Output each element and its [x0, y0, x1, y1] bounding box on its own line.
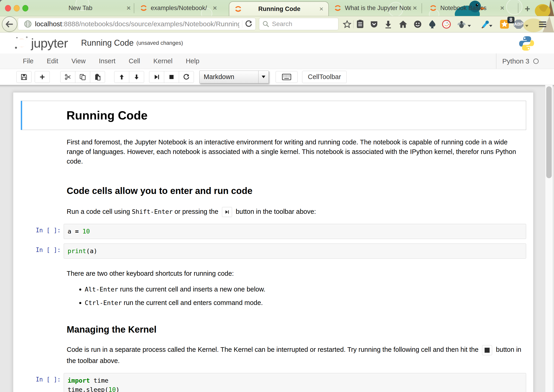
tab-close-icon[interactable]: ×: [213, 5, 217, 11]
copy-cell-button[interactable]: [75, 71, 90, 83]
code-token-keyword: import: [68, 377, 90, 384]
paste-cell-button[interactable]: [90, 71, 105, 83]
step-forward-icon: [154, 74, 160, 80]
run-text-pre: Run a code cell using: [67, 208, 132, 215]
url-text[interactable]: localhost:8888/notebooks/docs/source/exa…: [35, 20, 239, 28]
bookmarks-menu-icon[interactable]: [355, 19, 365, 29]
code-input[interactable]: a = 10: [64, 224, 526, 239]
menu-help[interactable]: Help: [186, 57, 199, 65]
cut-cell-button[interactable]: [60, 71, 75, 83]
inline-stop-button-glyph: [482, 345, 492, 355]
run-text-post: button in the toolbar above:: [234, 208, 316, 215]
tab-close-icon[interactable]: ×: [413, 5, 417, 11]
reload-icon[interactable]: [245, 20, 252, 28]
tab-close-icon[interactable]: ×: [319, 6, 323, 12]
new-tab-button[interactable]: +: [525, 4, 530, 14]
url-bar[interactable]: localhost:8888/notebooks/docs/source/exa…: [18, 18, 256, 30]
browser-tab-new-tab[interactable]: New Tab ×: [69, 0, 135, 16]
zoom-window-button[interactable]: [22, 5, 28, 11]
home-icon[interactable]: [398, 19, 408, 29]
menu-insert[interactable]: Insert: [99, 57, 116, 65]
python-logo-icon: [518, 35, 535, 52]
kbd-alt-enter: Alt-Enter: [85, 286, 118, 293]
duckduckgo-icon[interactable]: [442, 19, 451, 29]
code-cell-import-time[interactable]: In [ ]: import timetime.sleep(10): [21, 373, 526, 392]
pocket-icon[interactable]: [369, 19, 379, 29]
section-heading-kernel: Managing the Kernel: [67, 324, 526, 335]
urlbar-divider: [242, 20, 242, 28]
extension-spade-icon[interactable]: [428, 19, 437, 29]
kernel-name: Python 3: [502, 57, 529, 65]
tab-separator: [518, 3, 518, 13]
back-button[interactable]: [2, 16, 17, 32]
menu-view[interactable]: View: [71, 57, 86, 65]
cell-type-select[interactable]: Markdown: [199, 70, 269, 83]
code-cell-a[interactable]: In [ ]: a = 10: [21, 224, 526, 239]
tab-close-icon[interactable]: ×: [500, 5, 505, 11]
menu-kernel[interactable]: Kernel: [153, 57, 173, 65]
run-cell-button[interactable]: [149, 71, 164, 83]
run-text-mid: or pressing the: [173, 208, 220, 215]
menu-edit[interactable]: Edit: [47, 57, 58, 65]
restart-kernel-button[interactable]: [179, 71, 194, 83]
adblock-plus-icon[interactable]: ABP: [514, 19, 523, 29]
menu-cell[interactable]: Cell: [129, 57, 140, 65]
celltoolbar-button[interactable]: CellToolbar: [302, 71, 347, 83]
code-token: (: [86, 247, 90, 254]
search-bar[interactable]: [259, 18, 339, 30]
shortcuts-intro-paragraph: There are two other keyboard shortcuts f…: [67, 269, 526, 278]
inline-run-button-glyph: [222, 207, 232, 217]
plus-icon: [39, 74, 45, 80]
kernel-idle-icon: [533, 58, 539, 64]
bookmark-star-icon[interactable]: [342, 19, 352, 29]
download-icon[interactable]: [383, 19, 393, 29]
extension-blue-tool-icon[interactable]: [480, 19, 490, 29]
insert-cell-below-button[interactable]: [35, 71, 50, 83]
globe-icon: [24, 20, 32, 28]
scrollbar-track[interactable]: [545, 85, 553, 392]
arrow-down-icon: [134, 74, 139, 80]
browser-tab-running-code-active[interactable]: Running Code ×: [229, 1, 329, 16]
scrollbar-thumb[interactable]: [546, 86, 552, 178]
code-input[interactable]: print(a): [64, 244, 526, 259]
url-path: :8888/notebooks/docs/source/examples/Not…: [62, 20, 239, 28]
browser-tab-notebook-basics[interactable]: Notebook Basics ×: [429, 0, 515, 16]
tab-title: New Tab: [69, 5, 92, 12]
notebook-title[interactable]: Running Code: [81, 38, 134, 48]
intro-paragraph: First and foremost, the Jupyter Notebook…: [67, 137, 526, 166]
jupyter-logo[interactable]: jupyter: [15, 36, 68, 50]
code-token-operator: =: [75, 228, 83, 235]
browser-tab-what-is-jupyter[interactable]: What is the Jupyter Notebook ×: [334, 0, 421, 16]
save-button[interactable]: [16, 71, 32, 83]
markdown-cell-selected[interactable]: Running Code: [21, 101, 526, 130]
window-controls: [5, 5, 28, 11]
browser-navbar: localhost:8888/notebooks/docs/source/exa…: [0, 16, 554, 32]
tab-close-icon[interactable]: ×: [127, 5, 131, 11]
interrupt-kernel-button[interactable]: [164, 71, 179, 83]
scissors-icon: [64, 74, 71, 80]
menu-file[interactable]: File: [23, 57, 34, 65]
search-input[interactable]: [271, 20, 327, 28]
code-input[interactable]: import timetime.sleep(10): [64, 373, 526, 392]
extension-dropdown-caret[interactable]: [468, 25, 471, 27]
code-token: time: [90, 377, 109, 384]
close-window-button[interactable]: [5, 5, 11, 11]
notebook-h1: Running Code: [66, 109, 147, 122]
shortcuts-list: Alt-Enter runs the current cell and inse…: [78, 284, 526, 308]
browser-tab-examples[interactable]: examples/Notebook/ ×: [140, 0, 227, 16]
menu-hamburger-icon[interactable]: [539, 19, 548, 30]
search-icon: [262, 21, 269, 28]
code-cell-print[interactable]: In [ ]: print(a): [21, 244, 526, 259]
code-token-number: 10: [109, 386, 116, 392]
command-palette-button[interactable]: [276, 71, 298, 83]
input-prompt: In [ ]:: [21, 224, 64, 239]
code-token: a: [68, 228, 75, 235]
minimize-window-button[interactable]: [14, 5, 20, 11]
move-cell-up-button[interactable]: [114, 71, 129, 83]
stop-icon: [169, 74, 174, 80]
feedback-smiley-icon[interactable]: [413, 19, 422, 29]
jupyter-favicon-icon: [334, 4, 342, 12]
extension-fly-icon[interactable]: [457, 19, 466, 29]
move-cell-down-button[interactable]: [129, 71, 144, 83]
browser-window: New Tab × examples/Notebook/ × Running C…: [0, 0, 554, 392]
